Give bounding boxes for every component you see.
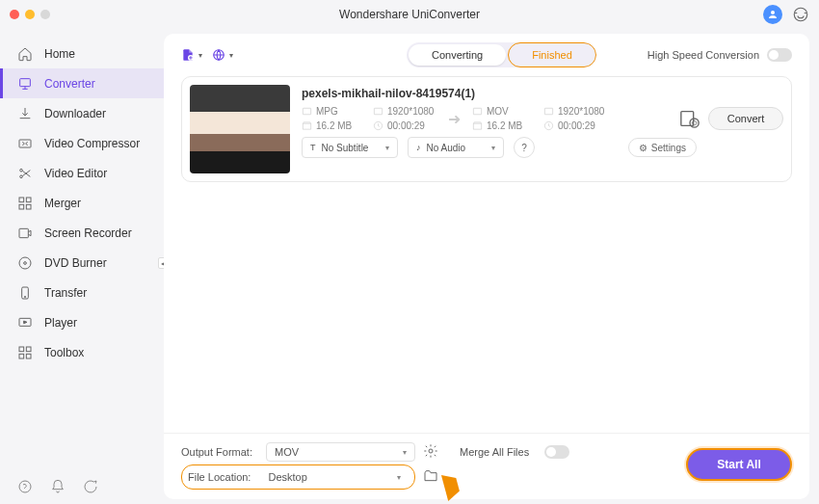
recorder-icon bbox=[17, 225, 33, 241]
open-folder-icon[interactable] bbox=[423, 468, 452, 486]
src-resolution: 1920*1080 bbox=[373, 106, 436, 117]
svg-rect-16 bbox=[19, 347, 24, 352]
sidebar-item-label: Converter bbox=[44, 77, 95, 91]
sidebar-item-recorder[interactable]: Screen Recorder bbox=[0, 218, 164, 248]
tab-finished[interactable]: Finished bbox=[508, 42, 596, 67]
sidebar-item-converter[interactable]: Converter bbox=[0, 68, 164, 98]
svg-rect-8 bbox=[19, 204, 24, 209]
scissors-icon bbox=[17, 166, 33, 181]
transfer-icon bbox=[17, 285, 33, 301]
svg-point-0 bbox=[771, 11, 775, 14]
start-all-button[interactable]: Start All bbox=[686, 448, 792, 481]
svg-point-12 bbox=[24, 261, 27, 264]
file-settings-icon[interactable] bbox=[679, 108, 700, 129]
high-speed-toggle[interactable] bbox=[767, 48, 792, 62]
svg-point-1 bbox=[794, 8, 807, 21]
dst-duration: 00:00:29 bbox=[543, 120, 607, 131]
converter-icon bbox=[17, 76, 33, 92]
settings-button[interactable]: ⚙Settings bbox=[628, 138, 697, 157]
sidebar-item-downloader[interactable]: Downloader bbox=[0, 98, 164, 128]
svg-rect-26 bbox=[473, 108, 481, 114]
compress-icon bbox=[17, 136, 33, 151]
dst-format: MOV bbox=[472, 106, 536, 117]
svg-point-20 bbox=[19, 481, 31, 492]
sidebar-item-label: Screen Recorder bbox=[44, 226, 132, 240]
sidebar-item-label: Downloader bbox=[44, 107, 106, 120]
sidebar-item-merger[interactable]: Merger bbox=[0, 188, 164, 218]
merge-label: Merge All Files bbox=[460, 446, 537, 458]
svg-point-11 bbox=[19, 257, 31, 269]
sidebar-item-toolbox[interactable]: Toolbox bbox=[0, 337, 164, 367]
svg-rect-29 bbox=[681, 112, 694, 126]
sidebar-item-label: Transfer bbox=[44, 286, 87, 300]
home-icon bbox=[17, 46, 33, 62]
merge-toggle[interactable] bbox=[544, 445, 569, 459]
help-icon[interactable] bbox=[17, 479, 33, 494]
sidebar-item-player[interactable]: Player bbox=[0, 307, 164, 337]
merger-icon bbox=[17, 196, 33, 211]
svg-point-31 bbox=[429, 449, 433, 453]
sidebar: Home Converter Downloader Video Compress… bbox=[0, 29, 164, 504]
sidebar-item-home[interactable]: Home bbox=[0, 39, 164, 68]
sidebar-item-label: Video Compressor bbox=[44, 137, 140, 150]
bell-icon[interactable] bbox=[50, 479, 66, 494]
svg-rect-7 bbox=[26, 198, 31, 202]
status-tabs: Converting Finished bbox=[407, 42, 596, 67]
arrow-icon: ➜ bbox=[448, 110, 461, 128]
svg-point-5 bbox=[20, 175, 23, 178]
src-size: 16.2 MB bbox=[302, 120, 365, 131]
high-speed-label: High Speed Conversion bbox=[647, 49, 759, 61]
file-card: pexels-mikhail-nilov-8419574(1) MPG 1920… bbox=[181, 76, 792, 182]
video-thumbnail[interactable] bbox=[190, 85, 290, 173]
src-format: MPG bbox=[302, 106, 365, 117]
svg-rect-2 bbox=[20, 78, 31, 86]
src-duration: 00:00:29 bbox=[373, 120, 436, 131]
file-location-label: File Location: bbox=[188, 471, 251, 483]
player-icon bbox=[17, 315, 33, 331]
file-name: pexels-mikhail-nilov-8419574(1) bbox=[302, 85, 783, 100]
sidebar-item-label: Player bbox=[44, 316, 77, 330]
minimize-window[interactable] bbox=[25, 10, 35, 19]
svg-rect-23 bbox=[303, 108, 310, 114]
sidebar-item-label: DVD Burner bbox=[44, 256, 107, 270]
sidebar-item-label: Home bbox=[44, 47, 75, 61]
output-settings-icon[interactable] bbox=[423, 443, 452, 462]
svg-point-4 bbox=[20, 169, 23, 172]
svg-point-14 bbox=[24, 296, 25, 297]
sidebar-item-label: Toolbox bbox=[44, 346, 84, 359]
svg-rect-19 bbox=[26, 354, 31, 358]
audio-select[interactable]: ♪No Audio▾ bbox=[408, 137, 504, 158]
sidebar-item-compressor[interactable]: Video Compressor bbox=[0, 128, 164, 158]
file-location-select[interactable]: Desktop▾ bbox=[260, 467, 409, 487]
svg-rect-6 bbox=[19, 198, 24, 202]
tab-converting[interactable]: Converting bbox=[409, 44, 506, 66]
close-window[interactable] bbox=[10, 10, 19, 19]
svg-point-30 bbox=[690, 119, 699, 127]
dvd-icon bbox=[17, 255, 33, 271]
svg-rect-18 bbox=[19, 354, 24, 358]
sidebar-item-editor[interactable]: Video Editor bbox=[0, 158, 164, 188]
sidebar-item-dvd[interactable]: DVD Burner bbox=[0, 248, 164, 278]
output-format-select[interactable]: MOV▾ bbox=[266, 442, 415, 462]
add-url-button[interactable]: ▾ bbox=[212, 44, 233, 66]
sidebar-item-label: Merger bbox=[44, 197, 81, 210]
user-avatar[interactable] bbox=[763, 5, 782, 24]
svg-rect-10 bbox=[19, 228, 28, 237]
svg-rect-9 bbox=[26, 204, 31, 209]
support-icon[interactable] bbox=[792, 6, 809, 23]
convert-button[interactable]: Convert bbox=[708, 107, 783, 130]
sidebar-item-transfer[interactable]: Transfer bbox=[0, 278, 164, 307]
info-button[interactable]: ? bbox=[514, 137, 535, 158]
feedback-icon[interactable] bbox=[83, 479, 98, 494]
dst-size: 16.2 MB bbox=[472, 120, 536, 131]
subtitle-select[interactable]: TNo Subtitle▾ bbox=[302, 137, 398, 158]
add-file-button[interactable]: ▾ bbox=[181, 44, 202, 66]
maximize-window[interactable] bbox=[40, 10, 50, 19]
download-icon bbox=[17, 106, 33, 121]
app-title: Wondershare UniConverter bbox=[339, 8, 480, 21]
output-format-label: Output Format: bbox=[181, 446, 258, 458]
svg-rect-27 bbox=[544, 108, 552, 114]
toolbox-icon bbox=[17, 345, 33, 360]
dst-resolution: 1920*1080 bbox=[543, 106, 607, 117]
sidebar-item-label: Video Editor bbox=[44, 167, 107, 180]
